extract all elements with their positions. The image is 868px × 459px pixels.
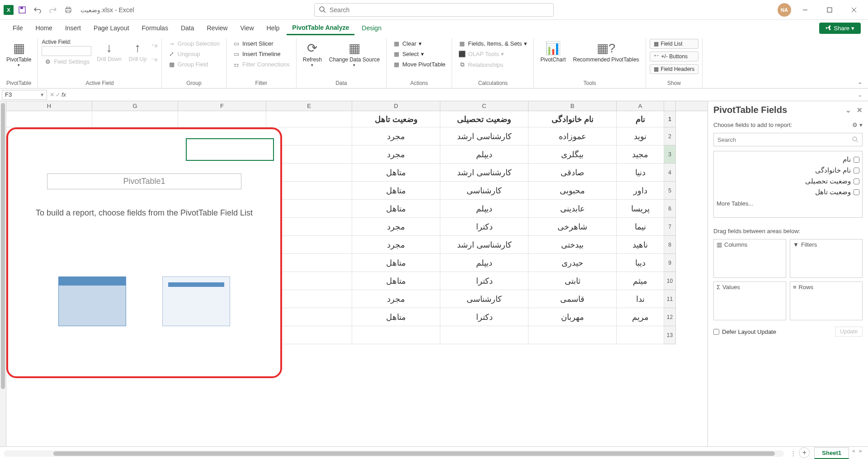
defer-layout-checkbox[interactable] — [713, 329, 719, 335]
cell[interactable]: متاهل — [352, 254, 440, 272]
col-header-G[interactable]: G — [92, 101, 178, 111]
row-header[interactable]: 9 — [664, 254, 676, 272]
expand-formula-bar-button[interactable]: ⌄ — [854, 91, 866, 98]
area-values[interactable]: ΣValues — [713, 281, 786, 320]
name-box[interactable]: F3▾ — [2, 90, 47, 100]
column-headers[interactable]: H G F E D C B A — [6, 101, 708, 111]
cell[interactable]: دکترا — [440, 218, 528, 236]
cell[interactable]: قاسمی — [528, 290, 617, 308]
print-button[interactable] — [61, 3, 75, 17]
field-checkbox[interactable] — [854, 168, 859, 173]
cell[interactable]: کارشناسی ارشد — [440, 127, 528, 145]
tab-pivottable-analyze[interactable]: PivotTable Analyze — [287, 21, 354, 35]
col-header-H[interactable]: H — [6, 101, 92, 111]
cell[interactable] — [528, 326, 617, 344]
pivottable-button[interactable]: ▦PivotTable▾ — [4, 39, 34, 69]
field-checkbox[interactable] — [854, 189, 859, 195]
col-header-B[interactable]: B — [528, 101, 617, 111]
fields-pane-collapse-icon[interactable]: ⌄ — [845, 106, 851, 114]
cell[interactable]: مجرد — [352, 290, 440, 308]
redo-button[interactable] — [46, 3, 60, 17]
cell[interactable]: دیبا — [617, 254, 664, 272]
row-header[interactable]: 6 — [664, 200, 676, 218]
cell[interactable]: کارشناسی ارشد — [440, 236, 528, 254]
refresh-button[interactable]: ⟳Refresh▾ — [300, 39, 325, 69]
tab-formulas[interactable]: Formulas — [137, 22, 174, 34]
tab-view[interactable]: View — [235, 22, 259, 34]
cell[interactable]: دیپلم — [440, 254, 528, 272]
area-columns[interactable]: ▥Columns — [713, 239, 786, 278]
pivotchart-button[interactable]: 📊PivotChart — [538, 39, 568, 65]
row-header[interactable]: 2 — [664, 127, 676, 145]
cell[interactable] — [6, 111, 92, 127]
col-header-D[interactable]: D — [352, 101, 440, 111]
cell[interactable] — [440, 326, 528, 344]
fields-search-box[interactable] — [713, 133, 863, 146]
cell[interactable]: کارشناسی — [440, 290, 528, 308]
field-checkbox[interactable] — [854, 178, 859, 184]
fx-icon[interactable]: fx — [61, 91, 66, 98]
field-checkbox[interactable] — [854, 157, 859, 163]
cell[interactable]: ثابتی — [528, 272, 617, 290]
row-header[interactable]: 12 — [664, 308, 676, 326]
cell[interactable]: نوید — [617, 127, 664, 145]
row-header[interactable]: 5 — [664, 182, 676, 200]
cell[interactable]: عابدینی — [528, 200, 617, 218]
cell[interactable]: بیدختی — [528, 236, 617, 254]
row-header[interactable]: 7 — [664, 218, 676, 236]
cell[interactable]: وضعیت تاهل — [352, 111, 440, 127]
cell[interactable]: حیدری — [528, 254, 617, 272]
search-input[interactable] — [330, 6, 549, 14]
vertical-scrollbar[interactable] — [0, 101, 6, 446]
col-header-F[interactable]: F — [178, 101, 266, 111]
cell[interactable]: کارشناسی ارشد — [440, 164, 528, 182]
active-field-input[interactable] — [42, 46, 91, 56]
user-avatar[interactable]: NA — [778, 3, 791, 17]
move-pivottable-button[interactable]: ▦Move PivotTable — [390, 60, 448, 69]
cell[interactable]: صادقی — [528, 164, 617, 182]
cell[interactable]: ندا — [617, 290, 664, 308]
cell[interactable]: مریم — [617, 308, 664, 326]
cell[interactable]: مجید — [617, 145, 664, 164]
sheet-tab-grabber-icon[interactable]: ⋮ — [788, 450, 799, 457]
cell[interactable]: کارشناسی — [440, 182, 528, 200]
close-button[interactable] — [844, 3, 864, 17]
clear-button[interactable]: ▦Clear ▾ — [390, 39, 448, 48]
select-button[interactable]: ▦Select ▾ — [390, 49, 448, 59]
field-item[interactable]: وضعیت تحصیلی — [717, 176, 859, 187]
area-rows[interactable]: ≡Rows — [790, 281, 863, 320]
cell[interactable]: وضعیت تحصیلی — [440, 111, 528, 127]
maximize-button[interactable] — [819, 3, 840, 17]
col-header-C[interactable]: C — [440, 101, 528, 111]
cell[interactable]: متاهل — [352, 200, 440, 218]
cell[interactable]: متاهل — [352, 272, 440, 290]
field-item[interactable]: نام — [717, 154, 859, 165]
cell[interactable]: مجرد — [352, 218, 440, 236]
tab-file[interactable]: File — [7, 22, 28, 34]
minimize-button[interactable] — [795, 3, 816, 17]
cell[interactable]: متاهل — [352, 164, 440, 182]
add-sheet-button[interactable]: + — [799, 447, 810, 458]
more-tables-link[interactable]: More Tables... — [717, 200, 859, 207]
sheet-nav-next-icon[interactable]: ▸ — [858, 447, 864, 459]
tab-design[interactable]: Design — [356, 22, 387, 34]
field-list-toggle[interactable]: ▦Field List — [650, 39, 699, 49]
cell[interactable] — [92, 111, 178, 127]
cell[interactable]: مهربان — [528, 308, 617, 326]
row-header[interactable]: 1 — [664, 111, 676, 127]
cancel-formula-icon[interactable]: ✕ — [50, 91, 55, 98]
cell[interactable]: دکترا — [440, 272, 528, 290]
field-headers-toggle[interactable]: ▦Field Headers — [650, 64, 699, 74]
recommended-pivottables-button[interactable]: ▦?Recommended PivotTables — [571, 39, 642, 65]
sheet-tab[interactable]: Sheet1 — [814, 447, 849, 459]
cell[interactable]: نیما — [617, 218, 664, 236]
cell[interactable]: مجرد — [352, 145, 440, 164]
insert-timeline-button[interactable]: ▭Insert Timeline — [230, 49, 292, 59]
fields-items-sets-button[interactable]: ▦Fields, Items, & Sets ▾ — [456, 39, 530, 48]
collapse-ribbon-button[interactable]: ⌃ — [852, 38, 868, 88]
select-all-corner[interactable] — [664, 101, 676, 111]
cell[interactable]: دیپلم — [440, 200, 528, 218]
formula-input[interactable] — [69, 90, 854, 100]
cell[interactable]: عموزاده — [528, 127, 617, 145]
cell[interactable] — [178, 111, 266, 127]
